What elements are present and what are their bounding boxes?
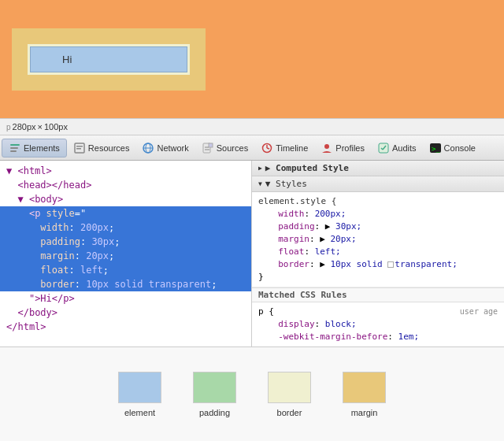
- html-line: </body>: [0, 306, 251, 320]
- element-height: 100px: [44, 122, 68, 132]
- svg-rect-10: [209, 143, 213, 147]
- preview-element: Hi: [30, 46, 187, 72]
- tab-profiles-label: Profiles: [335, 143, 365, 153]
- padding-swatch: [193, 372, 236, 403]
- padding-label: padding: [199, 408, 230, 417]
- html-panel[interactable]: ▼ <html> <head></head> ▼ <body> <p style…: [0, 161, 252, 346]
- element-width: 280px: [13, 122, 36, 132]
- styles-header[interactable]: ▼ ▼ Styles: [252, 176, 504, 192]
- tab-console-label: Console: [444, 143, 476, 153]
- svg-point-16: [324, 144, 329, 149]
- element-style-close: }: [258, 271, 498, 284]
- html-line: ▼ <html>: [0, 164, 251, 178]
- legend-item-margin: margin: [343, 372, 386, 417]
- matched-css-header: Matched CSS Rules: [252, 287, 504, 302]
- p-rule-props: display: block; -webkit-margin-before: 1…: [258, 318, 498, 343]
- styles-triangle-icon: ▼: [258, 180, 262, 187]
- html-line-selected: border: 10px solid transparent;: [0, 277, 251, 291]
- html-line-selected: padding: 30px;: [0, 235, 251, 249]
- computed-triangle-icon: ▶: [258, 165, 262, 172]
- preview-margin-box: Hi: [12, 28, 206, 91]
- element-style-selector-text: element.style {: [258, 196, 336, 206]
- tab-sources[interactable]: Sources: [195, 139, 254, 157]
- html-line-selected: width: 200px;: [0, 220, 251, 235]
- prop-border: border: ▶ 10px solid transparent;: [268, 258, 498, 271]
- computed-style-header[interactable]: ▶ ▶ Computed Style: [252, 161, 504, 176]
- element-label: element: [124, 408, 155, 417]
- tab-audits-label: Audits: [392, 143, 417, 153]
- timeline-icon: [261, 142, 273, 154]
- html-line: </html>: [0, 320, 251, 334]
- prop-display: display: block;: [268, 318, 498, 331]
- element-swatch: [118, 372, 161, 403]
- toolbar: Elements Resources Network Sources Timel…: [0, 135, 504, 161]
- tab-elements-label: Elements: [24, 143, 60, 153]
- prop-webkit-margin: -webkit-margin-before: 1em;: [268, 331, 498, 343]
- tab-resources-label: Resources: [88, 143, 130, 153]
- p-rule-selector: p {: [258, 306, 274, 318]
- margin-swatch: [343, 372, 386, 403]
- console-icon: >_: [429, 142, 442, 154]
- legend-item-padding: padding: [193, 372, 236, 417]
- prop-margin: margin: ▶ 20px;: [268, 233, 498, 246]
- html-line-selected[interactable]: <p style=": [0, 206, 251, 220]
- tab-elements[interactable]: Elements: [2, 139, 67, 158]
- tab-network-label: Network: [157, 143, 188, 153]
- svg-rect-5: [76, 148, 81, 150]
- computed-style-label: ▶ Computed Style: [265, 163, 349, 173]
- svg-line-15: [267, 148, 269, 149]
- html-line: ">Hi</p>: [0, 291, 251, 306]
- legend-item-border: border: [268, 372, 311, 417]
- resources-icon: [73, 142, 86, 154]
- tab-sources-label: Sources: [217, 143, 248, 153]
- p-rule-section: p { user age display: block; -webkit-mar…: [252, 302, 504, 346]
- elements-icon: [9, 142, 21, 154]
- element-tag-icon: p: [6, 123, 11, 132]
- tab-console[interactable]: >_ Console: [423, 139, 482, 157]
- element-style-props: width: 200px; padding: ▶ 30px; margin: ▶…: [258, 208, 498, 271]
- preview-border-box: Hi: [28, 44, 190, 75]
- legend-item-element: element: [118, 372, 161, 417]
- tab-resources[interactable]: Resources: [67, 139, 136, 157]
- prop-padding: padding: ▶ 30px;: [268, 220, 498, 233]
- preview-text: Hi: [62, 54, 72, 65]
- matched-css-label: Matched CSS Rules: [258, 290, 347, 300]
- html-line-selected: float: left;: [0, 263, 251, 277]
- svg-rect-2: [10, 150, 17, 152]
- element-style-section: element.style { width: 200px; padding: ▶…: [252, 192, 504, 287]
- p-rule-header: p { user age: [258, 306, 498, 318]
- border-label: border: [277, 408, 302, 417]
- sources-icon: [202, 142, 214, 154]
- prop-width: width: 200px;: [268, 208, 498, 220]
- audits-icon: [377, 142, 390, 154]
- color-legend: element padding border margin: [0, 346, 504, 441]
- margin-label: margin: [351, 408, 378, 417]
- tab-profiles[interactable]: Profiles: [314, 139, 371, 157]
- tab-audits[interactable]: Audits: [371, 139, 423, 157]
- html-line: ▼ <body>: [0, 192, 251, 206]
- profiles-icon: [321, 142, 333, 154]
- svg-rect-0: [10, 144, 20, 146]
- tab-timeline-label: Timeline: [276, 143, 308, 153]
- tab-network[interactable]: Network: [135, 139, 195, 157]
- user-agent-label: user age: [460, 306, 498, 318]
- svg-rect-1: [10, 147, 18, 149]
- styles-label: ▼ Styles: [265, 179, 307, 189]
- prop-float: float: left;: [268, 246, 498, 258]
- svg-rect-4: [76, 146, 83, 147]
- preview-area: Hi: [0, 0, 504, 118]
- dimension-separator: ×: [38, 122, 43, 132]
- styles-panel[interactable]: ▶ ▶ Computed Style ▼ ▼ Styles element.st…: [252, 161, 504, 346]
- network-icon: [142, 142, 154, 154]
- dimension-bar: p 280px × 100px: [0, 118, 504, 135]
- main-content: ▼ <html> <head></head> ▼ <body> <p style…: [0, 161, 504, 346]
- html-line-selected: margin: 20px;: [0, 249, 251, 263]
- tab-timeline[interactable]: Timeline: [254, 139, 314, 157]
- element-style-selector: element.style {: [258, 195, 498, 208]
- border-color-swatch: [387, 261, 394, 268]
- svg-text:>_: >_: [432, 145, 440, 153]
- border-swatch: [268, 372, 311, 403]
- html-line: <head></head>: [0, 178, 251, 192]
